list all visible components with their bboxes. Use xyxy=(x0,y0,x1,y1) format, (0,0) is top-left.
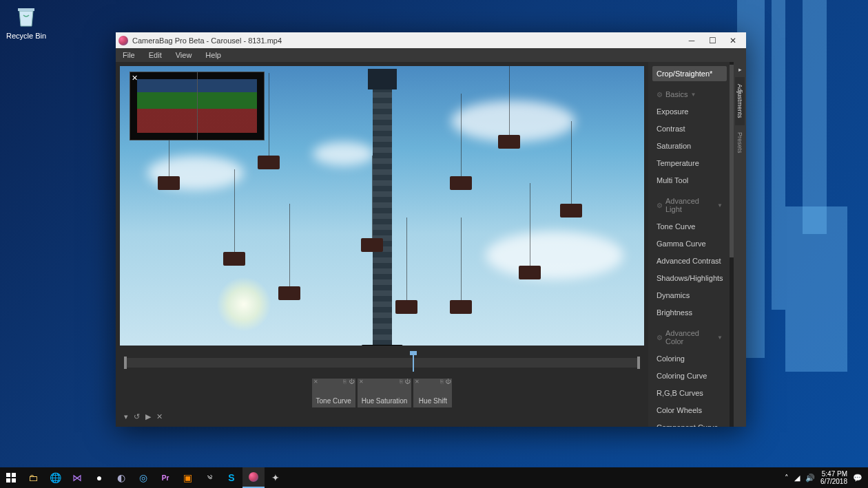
main-area: ✕ 00:09:242 ✕⎘ ⏻ Tone Curve xyxy=(116,62,648,427)
panel-item-tone-curve[interactable]: Tone Curve xyxy=(652,219,727,234)
chevron-down-icon[interactable]: ▾ xyxy=(124,412,128,421)
timeline[interactable] xyxy=(124,358,640,368)
effect-chip-hue-shift[interactable]: ✕⎘ ⏻ Hue Shift xyxy=(413,379,452,407)
taskbar-clock[interactable]: 5:47 PM 6/7/2018 xyxy=(820,470,847,485)
panel-item-shadows-highlights[interactable]: Shadows/Highlights xyxy=(652,270,727,286)
taskbar-steam[interactable]: ◐ xyxy=(110,467,132,488)
svg-rect-3 xyxy=(6,478,10,482)
taskbar-chrome[interactable]: 🌐 xyxy=(44,467,66,488)
chevron-down-icon: ▼ xyxy=(717,335,723,341)
panel-item-component-curve[interactable]: Component Curve xyxy=(652,420,727,427)
panel-item-brightness[interactable]: Brightness xyxy=(652,305,727,320)
taskbar-app-2[interactable]: ▣ xyxy=(176,467,198,488)
panel-item-multi-tool[interactable]: Multi Tool xyxy=(652,173,727,188)
section-basics[interactable]: Basics ▼ xyxy=(652,83,727,102)
windows-icon xyxy=(6,473,16,482)
rewind-icon[interactable]: ↺ xyxy=(134,412,140,421)
section-advanced-light[interactable]: Advanced Light ▼ xyxy=(652,190,727,217)
video-preview[interactable]: ✕ 00:09:242 xyxy=(120,66,644,346)
close-icon[interactable]: ✕ xyxy=(415,379,420,385)
menu-view[interactable]: View xyxy=(169,48,199,62)
collapse-arrow-icon[interactable]: ▸ xyxy=(738,62,742,77)
tab-presets[interactable]: Presets xyxy=(735,125,745,160)
taskbar-app-4[interactable]: ✦ xyxy=(265,467,287,488)
panel-item-advanced-contrast[interactable]: Advanced Contrast xyxy=(652,253,727,268)
panel-item-coloring-curve[interactable]: Coloring Curve xyxy=(652,368,727,383)
app-icon xyxy=(118,36,128,45)
window-title: CameraBag Pro Beta - Carousel - 8131.mp4 xyxy=(132,36,681,45)
effects-row: ✕⎘ ⏻ Tone Curve ✕⎘ ⏻ Hue Saturation ✕⎘ ⏻… xyxy=(120,377,644,407)
panel-item-coloring[interactable]: Coloring xyxy=(652,351,727,366)
taskbar-camerabag[interactable] xyxy=(242,467,265,488)
close-icon[interactable]: ✕ xyxy=(359,379,364,385)
tab-rail: ▸ Adjustments Presets xyxy=(734,62,746,427)
scope-close-icon[interactable]: ✕ xyxy=(132,74,138,83)
taskbar-premiere[interactable]: Pr xyxy=(154,467,176,488)
timeline-in-point[interactable] xyxy=(124,357,127,369)
close-button[interactable]: ✕ xyxy=(723,33,743,48)
timeline-area xyxy=(120,348,644,374)
panel-item-gamma-curve[interactable]: Gamma Curve xyxy=(652,236,727,251)
premiere-icon: Pr xyxy=(162,474,169,482)
close-icon[interactable]: ✕ xyxy=(156,412,163,421)
power-icon[interactable]: ⏻ xyxy=(349,379,354,385)
wifi-icon[interactable]: ◢ xyxy=(794,474,800,482)
playhead[interactable] xyxy=(413,354,414,372)
recycle-bin[interactable]: Recycle Bin xyxy=(6,4,47,40)
minimize-button[interactable]: ─ xyxy=(681,33,702,48)
notifications-icon[interactable]: 💬 xyxy=(853,474,862,482)
tab-adjustments[interactable]: Adjustments xyxy=(735,77,745,125)
taskbar-skype[interactable]: S xyxy=(220,467,242,488)
panel-item-rgb-curves[interactable]: R,G,B Curves xyxy=(652,385,727,401)
recycle-bin-label: Recycle Bin xyxy=(6,32,47,40)
taskbar-visualstudio[interactable]: ⋈ xyxy=(66,467,88,488)
taskbar-rocket[interactable]: ◎ xyxy=(132,467,154,488)
taskbar-app-3[interactable]: ༄ xyxy=(198,467,220,488)
waveform-scope[interactable]: ✕ xyxy=(130,72,265,140)
close-icon[interactable]: ✕ xyxy=(313,379,318,385)
panel-item-dynamics[interactable]: Dynamics xyxy=(652,288,727,303)
section-advanced-color[interactable]: Advanced Color ▼ xyxy=(652,322,727,349)
maximize-button[interactable]: ☐ xyxy=(702,33,723,48)
start-button[interactable] xyxy=(0,467,22,488)
copy-icon[interactable]: ⎘ xyxy=(400,379,403,385)
play-icon[interactable]: ▶ xyxy=(145,412,151,421)
titlebar[interactable]: CameraBag Pro Beta - Carousel - 8131.mp4… xyxy=(116,32,746,48)
panel-item-color-wheels[interactable]: Color Wheels xyxy=(652,403,727,418)
copy-icon[interactable]: ⎘ xyxy=(440,379,444,385)
panel-item-saturation[interactable]: Saturation xyxy=(652,138,727,153)
adjustments-panel: Crop/Straighten* Basics ▼ Exposure Contr… xyxy=(648,62,730,427)
panel-item-exposure[interactable]: Exposure xyxy=(652,104,727,119)
chevron-down-icon: ▼ xyxy=(717,202,723,209)
svg-rect-0 xyxy=(18,8,34,11)
svg-rect-4 xyxy=(12,478,16,482)
skype-icon: S xyxy=(228,472,234,483)
volume-icon[interactable]: 🔊 xyxy=(805,474,815,482)
panel-item-crop[interactable]: Crop/Straighten* xyxy=(652,66,727,81)
taskbar-explorer[interactable]: 🗀 xyxy=(22,467,44,488)
app-window: CameraBag Pro Beta - Carousel - 8131.mp4… xyxy=(116,32,746,427)
timeline-out-point[interactable] xyxy=(637,357,640,369)
menu-edit[interactable]: Edit xyxy=(142,48,169,62)
recycle-bin-icon xyxy=(14,4,39,29)
menubar: File Edit View Help xyxy=(116,48,746,62)
panel-item-temperature[interactable]: Temperature xyxy=(652,156,727,171)
power-icon[interactable]: ⏻ xyxy=(404,379,410,385)
taskbar-app-1[interactable]: ● xyxy=(88,467,110,488)
circle-icon: ● xyxy=(96,472,102,483)
visualstudio-icon: ⋈ xyxy=(72,472,82,483)
chevron-down-icon: ▼ xyxy=(690,92,696,98)
effect-chip-hue-saturation[interactable]: ✕⎘ ⏻ Hue Saturation xyxy=(358,379,412,407)
effect-chip-tone-curve[interactable]: ✕⎘ ⏻ Tone Curve xyxy=(312,379,355,407)
chrome-icon: 🌐 xyxy=(50,472,61,483)
menu-help[interactable]: Help xyxy=(198,48,228,62)
menu-file[interactable]: File xyxy=(116,48,142,62)
folder-icon: 🗀 xyxy=(28,472,38,483)
copy-icon[interactable]: ⎘ xyxy=(343,379,347,385)
tray-chevron-icon[interactable]: ˄ xyxy=(785,474,789,482)
square-icon: ▣ xyxy=(183,472,192,483)
panel-item-contrast[interactable]: Contrast xyxy=(652,121,727,136)
timecode: 00:09:242 xyxy=(361,345,403,346)
power-icon[interactable]: ⏻ xyxy=(445,379,451,385)
camerabag-icon xyxy=(249,472,258,482)
